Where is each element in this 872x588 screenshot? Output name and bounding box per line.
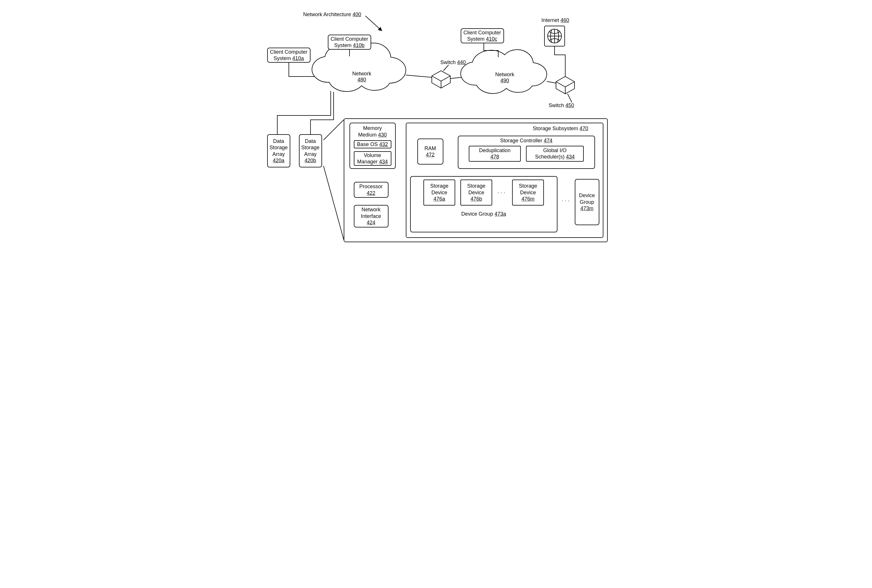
storage-device-476b: StorageDevice476b — [460, 180, 492, 206]
network-480-label: Network 480 — [352, 71, 371, 83]
volume-manager: Volume Manager 434 — [354, 151, 391, 166]
svg-line-3 — [406, 75, 432, 77]
device-group-473a-label: Device Group 473a — [461, 211, 506, 218]
svg-line-0 — [365, 16, 381, 30]
ellipsis-devices: ··· — [498, 189, 507, 196]
processor: Processor422 — [354, 182, 388, 198]
storage-device-476a: StorageDevice476a — [424, 180, 455, 206]
device-group-473a: StorageDevice476a StorageDevice476b ··· … — [410, 176, 558, 232]
network-490-label: Network 490 — [495, 72, 514, 84]
base-os: Base OS 432 — [354, 140, 391, 148]
client-410c: Client Computer System 410c — [461, 28, 504, 43]
diagram-title: Network Architecture 400 — [303, 12, 361, 18]
ellipsis-groups: ··· — [562, 198, 571, 204]
svg-line-7 — [568, 94, 572, 102]
memory-medium: Memory Medium 430 Base OS 432 Volume Man… — [349, 123, 396, 169]
storage-subsystem-label: Storage Subsystem 470 — [533, 126, 588, 132]
storage-controller: Storage Controller 474 Deduplication478 … — [458, 136, 595, 169]
dsa-420b: DataStorageArray 420b — [299, 134, 322, 167]
diagram-canvas: Network Architecture 400 Internet 460 Cl… — [256, 6, 617, 251]
svg-line-4 — [450, 77, 461, 78]
switch-450-label: Switch 450 — [549, 102, 574, 108]
network-interface: NetworkInterface424 — [354, 205, 388, 228]
switch-440-icon — [432, 71, 450, 88]
switch-440-label: Switch 440 — [441, 60, 466, 66]
cloud-network-left — [312, 43, 406, 92]
internet-label: Internet 460 — [541, 17, 569, 23]
ram: RAM472 — [417, 138, 444, 165]
storage-device-476m: StorageDevice476m — [512, 180, 544, 206]
internet-icon — [544, 26, 565, 46]
svg-line-6 — [444, 65, 448, 71]
svg-line-5 — [547, 81, 556, 83]
device-group-473m: DeviceGroup473m — [575, 179, 599, 225]
switch-450-icon — [556, 76, 574, 94]
client-410a: Client Computer System 410a — [267, 48, 311, 63]
client-410b: Client Computer System 410b — [328, 34, 371, 50]
deduplication: Deduplication478 — [469, 146, 521, 162]
dsa-420a: DataStorageArray 420a — [267, 134, 290, 167]
global-io-scheduler: Global I/O Scheduler(s) 434 — [526, 146, 584, 162]
